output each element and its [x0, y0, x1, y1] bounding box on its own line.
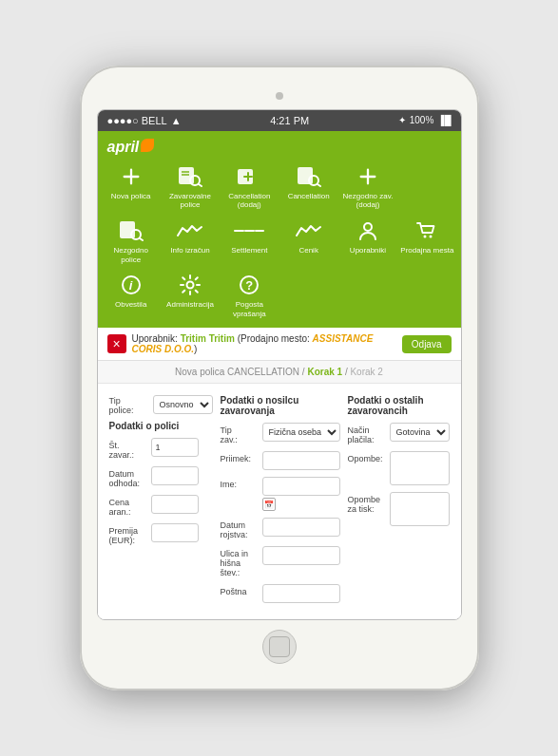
menu-administracija[interactable]: Administracija [161, 268, 220, 322]
menu-info-izracun[interactable]: Info izračun [161, 214, 220, 268]
tip-zavarovanca-select[interactable]: Fizična oseba [262, 423, 340, 442]
menu-row-1: Nova polica Zavarovalne police [102, 160, 457, 214]
tip-zavarovanca-row: Tipzav.: Fizična oseba [221, 423, 340, 444]
st-zavarovancev-input[interactable] [151, 438, 199, 457]
wave-icon-2 [294, 217, 324, 244]
opombe-tisk-row: Opombeza tisk: [348, 492, 450, 526]
menu-zavarovalne-police-label: Zavarovalne police [163, 192, 218, 210]
form-col-2: Podatki o nosilcu zavarovanja Tipzav.: F… [221, 393, 340, 610]
user-bar: × Uporabnik: Tritim Tritim (Prodajno mes… [98, 328, 461, 361]
opombe-input[interactable] [390, 451, 450, 485]
breadcrumb-step2[interactable]: Korak 2 [350, 367, 382, 377]
postna-label: Poštna [221, 584, 259, 596]
priimek-label: Priimek: [221, 451, 259, 463]
menu-pogosta-vprasanja[interactable]: ? Pogosta vprašanja [220, 268, 279, 322]
nacin-placila-row: Načinplačila: Gotovina [348, 423, 450, 444]
menu-settlement[interactable]: Settlement [220, 214, 279, 268]
wifi-icon: ▲ [171, 115, 182, 126]
opombe-row: Opombe: [348, 451, 450, 485]
datum-odhoda-input[interactable] [151, 466, 199, 485]
priimek-input[interactable] [262, 451, 340, 470]
menu-cancellation[interactable]: Cancellation [279, 160, 337, 214]
breadcrumb-step1[interactable]: Korak 1 [307, 367, 342, 377]
premija-input[interactable] [151, 523, 199, 542]
menu-nezgodno-police-label: Nezgodno police [104, 246, 159, 264]
home-button-inner [269, 636, 290, 657]
menu-prodajna-mesta[interactable]: Prodajna mesta [397, 214, 456, 268]
close-button[interactable]: × [107, 334, 126, 353]
menu-cancellation-label: Cancellation [288, 192, 330, 201]
ime-row: Ime: 📅 [221, 477, 340, 511]
logo-leaf-icon [141, 139, 154, 152]
info-icon: i [116, 272, 146, 298]
doc-search-icon-3 [116, 217, 146, 244]
nacin-placila-select[interactable]: Gotovina [390, 423, 450, 442]
menu-zavarovalne-police[interactable]: Zavarovalne police [161, 160, 220, 214]
svg-point-15 [186, 282, 193, 289]
question-circle: ? [240, 275, 259, 294]
menu-nova-polica[interactable]: Nova polica [102, 160, 161, 214]
svg-point-14 [430, 235, 433, 237]
menu-obvestila-label: Obvestila [115, 300, 146, 310]
menu-cancellation-dodaj-label: Cancellation(dodaj) [228, 192, 270, 210]
col3-section-title: Podatki o ostalih zavarovancih [348, 395, 450, 416]
app-header: april Nova polica [98, 131, 461, 329]
menu-nezgodno-zav-dodaj-label: Nezgodno zav.(dodaj) [343, 192, 394, 210]
status-time: 4:21 PM [270, 115, 309, 126]
menu-empty-4 [397, 268, 456, 322]
menu-cenik-label: Cenik [298, 246, 317, 255]
nacin-placila-label: Načinplačila: [348, 423, 386, 444]
menu-obvestila[interactable]: i Obvestila [102, 268, 161, 322]
question-icon: ? [234, 272, 264, 298]
user-icon [353, 217, 383, 244]
cena-aranzma-label: Cenaaran.: [109, 495, 147, 517]
ime-input[interactable] [262, 477, 340, 496]
menu-pogosta-vprasanja-label: Pogosta vprašanja [221, 300, 277, 318]
battery-icon: ▐█ [437, 115, 451, 125]
place-suffix: ) [194, 344, 197, 354]
tip-police-select[interactable]: Osnovno [153, 395, 213, 414]
menu-nezgodno-zav-dodaj[interactable]: Nezgodno zav.(dodaj) [338, 160, 397, 214]
datum-rojstva-label: Datumrojstva: [221, 518, 259, 539]
line-2 [244, 230, 255, 232]
tip-police-row: Tippolice: Osnovno [109, 393, 213, 415]
plus-cancel-icon [234, 163, 264, 190]
home-button[interactable] [262, 630, 297, 664]
postna-input[interactable] [262, 584, 340, 603]
svg-point-12 [364, 223, 372, 231]
form-cols: Tippolice: Osnovno Podatki o polici Št.z… [109, 393, 450, 610]
datum-rojstva-input[interactable] [262, 518, 340, 537]
ulica-input[interactable] [262, 546, 340, 565]
menu-empty-3 [338, 268, 397, 322]
svg-rect-0 [179, 167, 194, 184]
svg-line-2 [199, 184, 202, 186]
doc-search-icon-1 [175, 163, 205, 190]
premija-label: Premija(EUR): [109, 523, 147, 545]
menu-info-izracun-label: Info izračun [170, 246, 209, 255]
menu-prodajna-mesta-label: Prodajna mesta [400, 246, 453, 255]
form-col-3: Podatki o ostalih zavarovancih Načinplač… [348, 393, 450, 610]
menu-administracija-label: Administracija [166, 300, 214, 310]
status-right: ✦ 100% ▐█ [398, 115, 452, 125]
postna-row: Poštna [221, 584, 340, 603]
datum-odhoda-label: Datumodhoda: [109, 466, 147, 488]
lines-icon [234, 217, 264, 244]
opombe-tisk-input[interactable] [390, 492, 450, 526]
opombe-tisk-label: Opombeza tisk: [348, 492, 386, 514]
menu-uporabniki[interactable]: Uporabniki [338, 214, 397, 268]
battery-text: 100% [410, 115, 434, 125]
logout-button[interactable]: Odjava [402, 335, 452, 353]
cena-aranzma-input[interactable] [151, 495, 199, 514]
menu-cenik[interactable]: Cenik [279, 214, 337, 268]
menu-nezgodno-police[interactable]: Nezgodno police [102, 214, 161, 268]
menu-cancellation-dodaj[interactable]: Cancellation(dodaj) [220, 160, 279, 214]
svg-point-13 [424, 235, 427, 237]
status-bar: ●●●●○ BELL ▲ 4:21 PM ✦ 100% ▐█ [98, 110, 461, 131]
info-circle: i [122, 275, 141, 294]
carrier-text: ●●●●○ BELL [107, 115, 167, 126]
status-left: ●●●●○ BELL ▲ [107, 115, 182, 126]
menu-uporabniki-label: Uporabniki [350, 246, 386, 255]
ipad-frame: ●●●●○ BELL ▲ 4:21 PM ✦ 100% ▐█ april [80, 66, 479, 691]
calendar-icon[interactable]: 📅 [262, 498, 276, 511]
ulica-label: Ulica inhišnaštev.: [221, 546, 259, 577]
